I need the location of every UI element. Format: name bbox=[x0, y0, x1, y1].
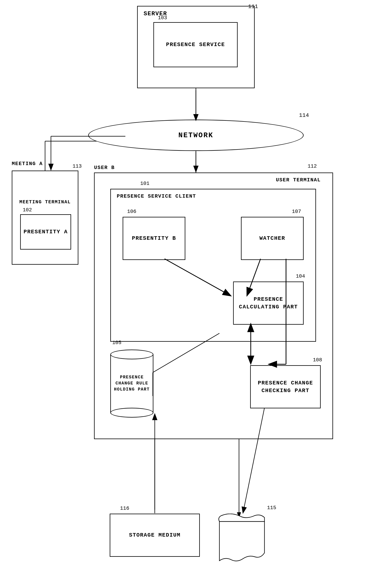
presentity-b-label: PRESENTITY B bbox=[132, 235, 176, 242]
network-label: NETWORK bbox=[178, 131, 213, 139]
meeting-a-label: MEETING A bbox=[12, 161, 43, 167]
presence-service-label: PRESENCE SERVICE bbox=[166, 41, 225, 48]
sensor-shape: 115 bbox=[216, 514, 270, 565]
presentity-b-box: 106 PRESENTITY B bbox=[123, 217, 185, 260]
user-terminal-box: 112 USER TERMINAL 101 PRESENCE SERVICE C… bbox=[94, 172, 333, 439]
ref-108: 108 bbox=[313, 357, 322, 363]
presence-service-box: 103 PRESENCE SERVICE bbox=[153, 22, 238, 67]
ref-111: 111 bbox=[248, 3, 258, 10]
pcr-cylinder-area: 105 PRESENCE CHANGE RULE HOLDING PART bbox=[110, 350, 153, 413]
ref-112: 112 bbox=[307, 163, 317, 169]
ref-102: 102 bbox=[23, 207, 32, 213]
ref-106: 106 bbox=[127, 209, 136, 215]
storage-medium-box: 116 STORAGE MEDIUM bbox=[110, 514, 200, 557]
ref-115: 115 bbox=[267, 505, 276, 511]
psc-label: PRESENCE SERVICE CLIENT bbox=[117, 193, 196, 199]
ref-116: 116 bbox=[120, 505, 129, 511]
psc-box: 101 PRESENCE SERVICE CLIENT 106 PRESENTI… bbox=[110, 189, 316, 342]
ref-101: 101 bbox=[140, 181, 150, 187]
user-b-label: USER B bbox=[94, 165, 115, 170]
watcher-label: WATCHER bbox=[259, 235, 285, 242]
ref-103: 103 bbox=[158, 15, 167, 21]
watcher-box: 107 WATCHER bbox=[241, 217, 304, 260]
ref-107: 107 bbox=[292, 209, 301, 215]
pcc-box: 108 PRESENCE CHANGE CHECKING PART bbox=[250, 365, 321, 408]
presentity-a-label: PRESENTITY A bbox=[23, 228, 68, 236]
network-ellipse: 114 NETWORK bbox=[88, 120, 304, 151]
meeting-terminal-box: 113 MEETING TERMINAL 102 PRESENTITY A bbox=[12, 170, 78, 265]
ref-114: 114 bbox=[299, 112, 309, 119]
server-outer-box: 111 SERVER 103 PRESENCE SERVICE bbox=[137, 6, 255, 88]
storage-medium-label: STORAGE MEDIUM bbox=[129, 531, 180, 539]
pcp-label: PRESENCE CALCULATING PART bbox=[234, 295, 303, 311]
pcr-label: PRESENCE CHANGE RULE HOLDING PART bbox=[113, 374, 151, 392]
presentity-a-box: 102 PRESENTITY A bbox=[20, 214, 71, 250]
user-terminal-label: USER TERMINAL bbox=[276, 177, 321, 183]
pcp-box: 104 PRESENCE CALCULATING PART bbox=[233, 282, 304, 325]
pcc-label: PRESENCE CHANGE CHECKING PART bbox=[251, 379, 320, 394]
meeting-terminal-label: MEETING TERMINAL bbox=[19, 199, 71, 205]
ref-105: 105 bbox=[112, 340, 121, 346]
ref-113: 113 bbox=[72, 163, 82, 169]
ref-104: 104 bbox=[296, 273, 305, 279]
